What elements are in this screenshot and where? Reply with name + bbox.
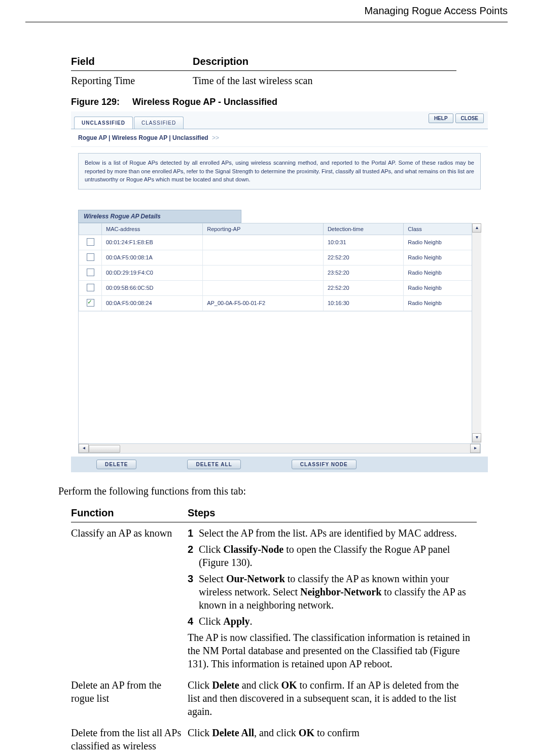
table-row: Delete an AP from the rogue list Click D…: [71, 674, 477, 722]
table-row: Delete from the list all APs classified …: [71, 722, 477, 757]
scroll-up-icon[interactable]: ▴: [472, 223, 481, 233]
rogue-ap-grid: MAC-address Reporting-AP Detection-time …: [79, 223, 480, 311]
reporting-cell: [203, 265, 324, 280]
class-cell: Radio Neighb: [404, 265, 480, 280]
time-cell: 22:52:20: [323, 280, 403, 295]
row-checkbox[interactable]: [87, 269, 94, 276]
scroll-track[interactable]: [89, 444, 470, 452]
mac-header: MAC-address: [102, 223, 203, 235]
scroll-right-icon[interactable]: ▸: [470, 444, 480, 453]
table-row: Reporting Time Time of the last wireless…: [71, 71, 456, 91]
mac-cell: 00:0D:29:19:F4:C0: [102, 265, 203, 280]
header-rule: [25, 22, 508, 22]
mac-cell: 00:09:5B:66:0C:5D: [102, 280, 203, 295]
scroll-down-icon[interactable]: ▾: [472, 433, 481, 442]
mac-cell: 00:0A:F5:00:08:1A: [102, 250, 203, 265]
breadcrumb-arrows-icon: >>: [212, 134, 219, 141]
scroll-left-icon[interactable]: ◂: [79, 444, 89, 453]
step-text: Select the AP from the list. APs are ide…: [199, 526, 457, 540]
row-checkbox[interactable]: [87, 238, 94, 246]
table-row[interactable]: 00:0A:F5:00:08:24 AP_00-0A-F5-00-01-F2 1…: [79, 295, 480, 311]
function-header: Function: [71, 504, 188, 522]
reporting-cell: [203, 280, 324, 295]
table-row[interactable]: 00:01:24:F1:E8:EB 10:0:31 Radio Neighb: [79, 235, 480, 250]
vertical-scrollbar[interactable]: ▴ ▾: [472, 223, 481, 443]
close-button[interactable]: CLOSE: [455, 114, 484, 123]
step-text: Click Apply.: [199, 615, 253, 628]
class-cell: Radio Neighb: [404, 250, 480, 265]
time-cell: 22:52:20: [323, 250, 403, 265]
desc-header: Description: [193, 53, 456, 71]
reporting-cell: [203, 250, 324, 265]
row-checkbox[interactable]: [87, 299, 94, 307]
table-row: Classify an AP as known 1Select the AP f…: [71, 522, 477, 674]
time-header: Detection-time: [323, 223, 403, 235]
breadcrumb-text: Rogue AP | Wireless Rogue AP | Unclassif…: [78, 134, 208, 141]
reporting-header: Reporting-AP: [203, 223, 324, 235]
function-cell: Delete from the list all APs classified …: [71, 722, 188, 757]
field-cell: Reporting Time: [71, 71, 193, 91]
steps-header: Steps: [188, 504, 477, 522]
time-cell: 10:0:31: [323, 235, 403, 250]
figure-number: Figure 129:: [71, 97, 120, 107]
class-header: Class: [404, 223, 480, 235]
action-button-row: DELETE DELETE ALL CLASSIFY NODE: [71, 457, 488, 472]
tab-classified[interactable]: CLASSIFIED: [134, 117, 184, 129]
table-row[interactable]: 00:0A:F5:00:08:1A 22:52:20 Radio Neighb: [79, 250, 480, 265]
table-row[interactable]: 00:09:5B:66:0C:5D 22:52:20 Radio Neighb: [79, 280, 480, 295]
body-intro-text: Perform the following functions from thi…: [58, 485, 508, 497]
row-checkbox[interactable]: [87, 253, 94, 261]
figure-caption: Figure 129: Wireless Rogue AP - Unclassi…: [71, 97, 508, 107]
function-steps-table: Function Steps Classify an AP as known 1…: [71, 504, 477, 757]
field-description-table: Field Description Reporting Time Time of…: [71, 53, 456, 91]
grid-empty-area: [79, 311, 480, 443]
screenshot-panel: UNCLASSIFIED CLASSIFIED HELP CLOSE Rogue…: [71, 111, 488, 472]
classify-node-button[interactable]: CLASSIFY NODE: [292, 460, 357, 469]
function-cell: Delete an AP from the rogue list: [71, 674, 188, 722]
time-cell: 10:16:30: [323, 295, 403, 311]
desc-cell: Time of the last wireless scan: [193, 71, 456, 91]
figure-title: Wireless Rogue AP - Unclassified: [132, 97, 277, 107]
step-text: Click Classify-Node to open the Classify…: [199, 543, 472, 569]
reporting-cell: [203, 235, 324, 250]
mac-cell: 00:01:24:F1:E8:EB: [102, 235, 203, 250]
info-text: Below is a list of Rogue APs detected by…: [78, 153, 481, 190]
horizontal-scrollbar[interactable]: ◂ ▸: [78, 444, 481, 453]
class-cell: Radio Neighb: [404, 295, 480, 311]
page-header: Managing Rogue Access Points: [25, 5, 508, 20]
reporting-cell: AP_00-0A-F5-00-01-F2: [203, 295, 324, 311]
breadcrumb: Rogue AP | Wireless Rogue AP | Unclassif…: [71, 129, 488, 147]
table-row[interactable]: 00:0D:29:19:F4:C0 23:52:20 Radio Neighb: [79, 265, 480, 280]
steps-cell: Click Delete and click OK to confirm. If…: [188, 674, 477, 722]
steps-cell: Click Delete All, and click OK to confir…: [188, 722, 477, 757]
scroll-thumb[interactable]: [89, 445, 120, 453]
tab-unclassified[interactable]: UNCLASSIFIED: [74, 117, 133, 129]
delete-button[interactable]: DELETE: [96, 460, 136, 469]
steps-cell: 1Select the AP from the list. APs are id…: [188, 522, 477, 674]
function-cell: Classify an AP as known: [71, 522, 188, 674]
step-note: The AP is now classified. The classifica…: [188, 631, 472, 670]
grid-wrapper: MAC-address Reporting-AP Detection-time …: [78, 223, 481, 444]
class-cell: Radio Neighb: [404, 280, 480, 295]
checkbox-header: [79, 223, 102, 235]
time-cell: 23:52:20: [323, 265, 403, 280]
class-cell: Radio Neighb: [404, 235, 480, 250]
field-header: Field: [71, 53, 193, 71]
panel-title: Wireless Rogue AP Details: [78, 210, 241, 223]
row-checkbox[interactable]: [87, 284, 94, 291]
mac-cell: 00:0A:F5:00:08:24: [102, 295, 203, 311]
step-text: Select Our-Network to classify the AP as…: [199, 572, 472, 612]
help-button[interactable]: HELP: [429, 114, 453, 123]
delete-all-button[interactable]: DELETE ALL: [187, 460, 240, 469]
tab-bar: UNCLASSIFIED CLASSIFIED HELP CLOSE: [71, 111, 488, 129]
